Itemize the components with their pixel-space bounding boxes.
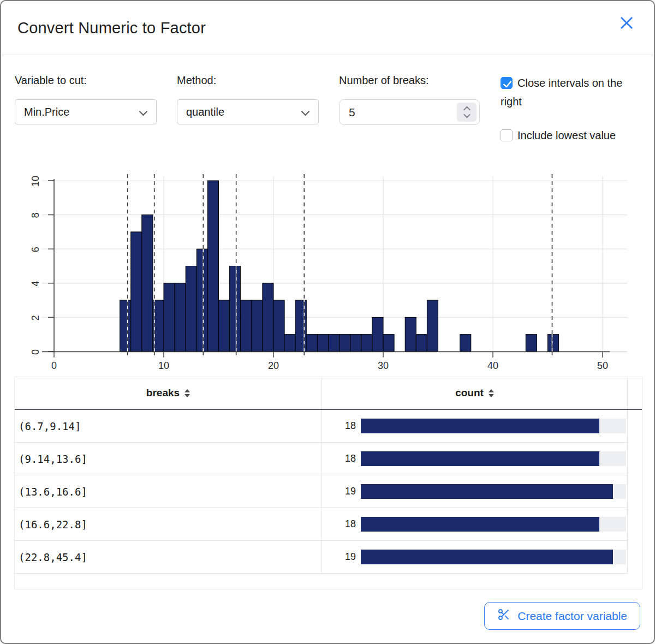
dialog-title: Convert Numeric to Factor <box>17 1 206 55</box>
chevron-down-icon <box>139 108 148 116</box>
variable-select[interactable]: Min.Price <box>15 99 157 124</box>
table-row[interactable]: (22.8,45.4]19 <box>15 541 642 574</box>
method-select[interactable]: quantile <box>177 99 319 124</box>
number-of-breaks-field <box>339 99 480 125</box>
count-bar-track <box>361 550 626 564</box>
svg-text:40: 40 <box>487 360 498 371</box>
count-bar-fill <box>361 550 613 564</box>
count-value: 18 <box>333 453 356 464</box>
table-row-gutter <box>628 475 642 508</box>
column-header-count[interactable]: count <box>322 377 628 409</box>
table-header-gutter <box>628 377 642 409</box>
count-bar-fill <box>361 419 599 433</box>
svg-text:0: 0 <box>30 349 41 355</box>
close-intervals-checkbox[interactable] <box>501 77 513 89</box>
close-intervals-option: Close intervals on the right <box>501 74 646 111</box>
count-bar-track <box>361 484 626 499</box>
table-row[interactable]: (9.14,13.6]18 <box>15 443 642 475</box>
count-bar-fill <box>361 484 613 499</box>
include-lowest-checkbox[interactable] <box>501 129 513 141</box>
count-bar-fill <box>361 517 599 532</box>
count-bar-track <box>361 517 626 532</box>
count-cell: 19 <box>322 475 628 508</box>
column-header-breaks[interactable]: breaks <box>15 377 322 409</box>
count-cell: 18 <box>322 508 628 541</box>
svg-text:2: 2 <box>30 315 41 320</box>
count-value: 19 <box>333 486 356 497</box>
variable-to-cut-label: Variable to cut: <box>15 74 87 87</box>
svg-text:50: 50 <box>597 360 608 371</box>
table-header: breaks count <box>15 377 642 410</box>
method-select-value: quantile <box>186 106 224 118</box>
svg-text:20: 20 <box>268 360 279 371</box>
close-intervals-label: Close intervals on the right <box>501 77 622 108</box>
svg-text:6: 6 <box>30 247 41 252</box>
count-value: 19 <box>333 551 356 563</box>
breaks-cell: (16.6,22.8] <box>15 508 322 541</box>
breaks-summary-table: breaks count (6.7,9.14]18(9.14,13.6]18(1… <box>14 377 642 589</box>
convert-numeric-to-factor-dialog: Convert Numeric to Factor Variable to cu… <box>0 0 655 644</box>
sort-icon <box>489 389 494 397</box>
number-stepper[interactable] <box>457 103 477 122</box>
create-factor-variable-label: Create factor variable <box>517 610 627 623</box>
count-cell: 19 <box>322 541 628 574</box>
include-lowest-label: Include lowest value <box>517 129 616 141</box>
count-cell: 18 <box>322 443 628 475</box>
count-bar-track <box>361 451 626 466</box>
svg-text:8: 8 <box>30 213 41 218</box>
table-row[interactable]: (13.6,16.6]19 <box>15 475 642 508</box>
table-row[interactable]: (16.6,22.8]18 <box>15 508 642 541</box>
svg-text:0: 0 <box>51 360 57 371</box>
table-row-gutter <box>628 443 642 475</box>
breaks-cell: (9.14,13.6] <box>15 443 322 475</box>
sort-icon <box>184 389 190 397</box>
count-cell: 18 <box>322 410 628 443</box>
spinner-down-icon <box>463 111 471 118</box>
count-bar-fill <box>361 451 599 466</box>
method-label: Method: <box>177 74 216 87</box>
table-row[interactable]: (6.7,9.14]18 <box>15 410 642 443</box>
table-row-gutter <box>628 410 642 443</box>
histogram-chart: 010203040500246810 <box>15 161 642 375</box>
breaks-cell: (6.7,9.14] <box>15 410 322 443</box>
table-row-gutter <box>628 541 642 574</box>
create-factor-variable-button[interactable]: Create factor variable <box>484 602 640 630</box>
count-value: 18 <box>333 420 356 432</box>
svg-text:10: 10 <box>30 176 41 187</box>
chevron-down-icon <box>301 108 310 116</box>
variable-select-value: Min.Price <box>24 106 69 118</box>
count-bar-track <box>361 419 626 433</box>
number-of-breaks-label: Number of breaks: <box>339 74 429 87</box>
table-empty-strip <box>15 574 642 589</box>
close-icon <box>616 13 637 35</box>
svg-text:4: 4 <box>30 281 41 287</box>
breaks-cell: (13.6,16.6] <box>15 475 322 508</box>
close-button[interactable] <box>615 12 639 36</box>
breaks-cell: (22.8,45.4] <box>15 541 322 574</box>
scissors-icon <box>497 608 510 624</box>
include-lowest-option: Include lowest value <box>501 126 646 145</box>
header-divider <box>1 55 654 55</box>
table-row-gutter <box>628 508 642 541</box>
svg-text:10: 10 <box>158 360 169 371</box>
number-of-breaks-input[interactable] <box>340 106 432 119</box>
table-body: (6.7,9.14]18(9.14,13.6]18(13.6,16.6]19(1… <box>15 410 642 574</box>
count-value: 18 <box>333 518 356 530</box>
svg-text:30: 30 <box>378 360 389 371</box>
